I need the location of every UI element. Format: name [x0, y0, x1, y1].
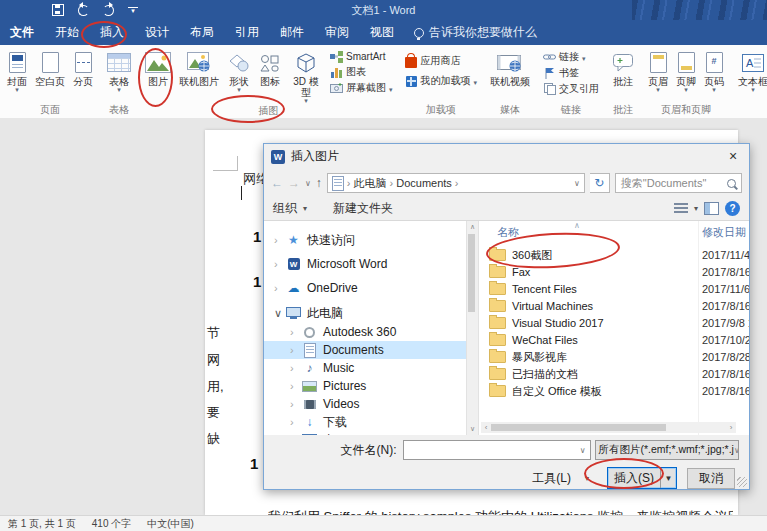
word-count[interactable]: 410 个字	[92, 517, 131, 531]
file-row-vs2017[interactable]: Visual Studio 2017 2017/9/8 1	[479, 315, 749, 331]
picture-button[interactable]: 图片	[141, 48, 175, 88]
page-break-button[interactable]: 分页	[69, 48, 97, 88]
nav-item-microsoft-word[interactable]: › Microsoft Word	[264, 255, 466, 273]
chevron-right-icon[interactable]: ›	[274, 258, 286, 270]
chevron-right-icon[interactable]: ›	[290, 416, 302, 428]
column-header-name[interactable]: 名称	[497, 225, 519, 240]
store-button[interactable]: 应用商店	[405, 54, 478, 68]
screenshot-button[interactable]: 屏幕截图	[330, 81, 393, 95]
3d-models-button[interactable]: 3D 模型	[285, 48, 327, 104]
nav-item-desktop[interactable]: › 桌面	[264, 431, 466, 435]
search-input[interactable]: 搜索"Documents"	[615, 173, 742, 193]
filetype-select[interactable]: 所有图片(*.emf;*.wmf;*.jpg;*.j	[595, 440, 739, 460]
dialog-title-bar[interactable]: 插入图片 ×	[264, 144, 749, 169]
undo-button[interactable]	[78, 2, 89, 18]
file-row-fax[interactable]: Fax 2017/8/16	[479, 264, 749, 280]
shapes-button[interactable]: 形状	[223, 48, 255, 93]
customize-qat-button[interactable]: ▾	[128, 2, 138, 18]
online-video-button[interactable]: 联机视频	[486, 48, 534, 88]
chevron-right-icon[interactable]: ›	[290, 326, 302, 338]
tab-review[interactable]: 审阅	[325, 20, 349, 45]
vertical-scrollbar[interactable]: ∧ ∨	[466, 221, 479, 435]
chevron-right-icon[interactable]: ›	[274, 282, 286, 294]
chevron-right-icon[interactable]: ›	[274, 234, 286, 246]
recent-locations-dropdown[interactable]	[305, 179, 311, 188]
file-row-baofeng[interactable]: 暴风影视库 2017/8/28	[479, 349, 749, 365]
file-row-vm[interactable]: Virtual Machines 2017/8/16	[479, 298, 749, 314]
page-info[interactable]: 第 1 页, 共 1 页	[8, 517, 76, 531]
insert-options-dropdown[interactable]: ▼	[661, 468, 676, 488]
chevron-right-icon[interactable]: ›	[290, 380, 302, 392]
tab-mailings[interactable]: 邮件	[280, 20, 304, 45]
online-pictures-button[interactable]: 联机图片	[175, 48, 223, 88]
nav-item-this-pc[interactable]: ∨ 此电脑	[264, 304, 466, 322]
text-box-button[interactable]: A 文本框	[734, 48, 767, 93]
scroll-left-icon[interactable]: ‹	[481, 423, 491, 432]
scroll-up-icon[interactable]: ∧	[467, 223, 478, 231]
my-addins-button[interactable]: 我的加载项	[405, 74, 478, 88]
help-button[interactable]: ?	[725, 201, 740, 216]
link-button[interactable]: 链接	[543, 50, 599, 64]
nav-item-videos[interactable]: › Videos	[264, 395, 466, 413]
nav-item-pictures[interactable]: › Pictures	[264, 377, 466, 395]
breadcrumb[interactable]: 此电脑 Documents	[327, 173, 585, 193]
tab-file[interactable]: 文件	[10, 20, 34, 45]
chevron-expanded-icon[interactable]: ∨	[274, 307, 286, 320]
icons-button[interactable]: 图标	[255, 48, 285, 88]
cover-page-button[interactable]: 封面	[3, 48, 31, 93]
nav-item-autodesk-360[interactable]: › Autodesk 360	[264, 323, 466, 341]
nav-item-downloads[interactable]: › ↓ 下载	[264, 413, 466, 431]
horizontal-scrollbar[interactable]: ‹ ›	[481, 422, 736, 433]
header-button[interactable]: 页眉	[644, 48, 672, 93]
file-row-office-templates[interactable]: 自定义 Office 模板 2017/8/16	[479, 383, 749, 399]
filename-input[interactable]	[403, 440, 591, 460]
tab-view[interactable]: 视图	[370, 20, 394, 45]
up-button[interactable]: ↑	[316, 177, 322, 189]
file-row-scanned[interactable]: 已扫描的文档 2017/8/16	[479, 366, 749, 382]
nav-item-quick-access[interactable]: › ★ 快速访问	[264, 231, 466, 249]
breadcrumb-documents[interactable]: Documents	[396, 177, 452, 189]
file-row-360[interactable]: 360截图 2017/11/4	[479, 247, 749, 263]
tab-home[interactable]: 开始	[55, 20, 79, 45]
tab-layout[interactable]: 布局	[190, 20, 214, 45]
tab-insert[interactable]: 插入	[100, 20, 124, 45]
column-header-date[interactable]: 修改日期	[702, 225, 746, 240]
nav-item-music[interactable]: › ♪ Music	[264, 359, 466, 377]
save-button[interactable]	[52, 2, 64, 18]
scroll-down-icon[interactable]: ∨	[467, 425, 478, 433]
chart-button[interactable]: 图表	[330, 65, 393, 79]
tools-button[interactable]: 工具(L)	[532, 470, 571, 487]
nav-item-onedrive[interactable]: › ☁ OneDrive	[264, 279, 466, 297]
chevron-right-icon[interactable]: ›	[290, 434, 302, 435]
chevron-right-icon[interactable]: ›	[290, 362, 302, 374]
scroll-right-icon[interactable]: ›	[726, 423, 736, 432]
cross-reference-button[interactable]: 交叉引用	[543, 82, 599, 96]
cancel-button[interactable]: 取消	[687, 468, 735, 489]
tell-me-box[interactable]: 告诉我你想要做什么	[414, 24, 537, 41]
language-status[interactable]: 中文(中国)	[147, 517, 194, 531]
bookmark-button[interactable]: 书签	[543, 66, 599, 80]
comment-button[interactable]: 批注	[608, 48, 638, 88]
close-button[interactable]: ×	[717, 144, 749, 168]
table-button[interactable]: 表格	[103, 48, 135, 93]
tab-references[interactable]: 引用	[235, 20, 259, 45]
page-number-button[interactable]: 页码	[700, 48, 728, 93]
tab-design[interactable]: 设计	[145, 20, 169, 45]
chevron-right-icon[interactable]: ›	[290, 398, 302, 410]
preview-pane-icon[interactable]	[704, 202, 719, 215]
insert-button[interactable]: 插入(S) ▼	[607, 467, 677, 489]
forward-button[interactable]: →	[288, 177, 300, 189]
resize-grip[interactable]	[737, 477, 747, 487]
smartart-button[interactable]: SmartArt	[330, 50, 393, 63]
scrollbar-thumb[interactable]	[491, 424, 666, 431]
file-row-wechat[interactable]: WeChat Files 2017/10/26	[479, 332, 749, 348]
back-button[interactable]: ←	[271, 177, 283, 189]
new-folder-button[interactable]: 新建文件夹	[333, 200, 393, 217]
view-list-icon[interactable]	[674, 203, 688, 215]
scrollbar-thumb[interactable]	[468, 234, 475, 312]
blank-page-button[interactable]: 空白页	[31, 48, 69, 88]
footer-button[interactable]: 页脚	[672, 48, 700, 93]
organize-button[interactable]: 组织	[273, 200, 297, 217]
file-row-tencent[interactable]: Tencent Files 2017/11/6	[479, 281, 749, 297]
refresh-button[interactable]: ↻	[590, 173, 610, 193]
